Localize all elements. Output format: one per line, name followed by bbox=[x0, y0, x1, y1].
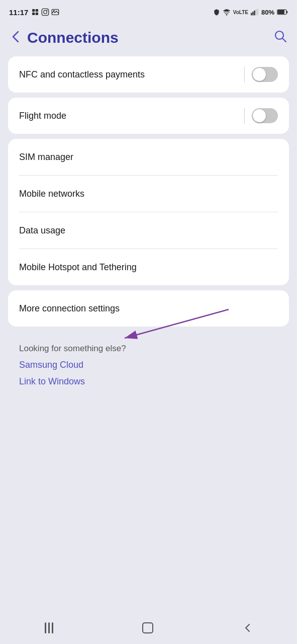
app-icon-2 bbox=[41, 8, 49, 16]
nfc-toggle-wrapper bbox=[244, 66, 278, 83]
more-connection-item[interactable]: More connection settings bbox=[8, 290, 289, 327]
svg-rect-1 bbox=[36, 9, 38, 12]
svg-rect-10 bbox=[251, 13, 252, 16]
bottom-section: Looking for something else? Samsung Clou… bbox=[8, 332, 289, 398]
settings-content: NFC and contactless payments Flight mode… bbox=[0, 53, 297, 401]
nfc-toggle[interactable] bbox=[252, 67, 278, 82]
svg-point-9 bbox=[226, 14, 227, 16]
svg-rect-16 bbox=[286, 11, 287, 14]
network-card: SIM manager Mobile networks Data usage M… bbox=[8, 139, 289, 285]
header-left: Connections bbox=[10, 29, 119, 46]
mobile-hotspot-label: Mobile Hotspot and Tethering bbox=[19, 262, 278, 273]
svg-rect-12 bbox=[254, 11, 255, 16]
back-button[interactable] bbox=[10, 30, 22, 46]
nfc-card: NFC and contactless payments bbox=[8, 56, 289, 93]
data-usage-label: Data usage bbox=[19, 225, 278, 236]
back-nav-icon bbox=[242, 623, 252, 633]
search-button[interactable] bbox=[274, 30, 287, 46]
svg-rect-2 bbox=[32, 13, 35, 15]
link-to-windows-link[interactable]: Link to Windows bbox=[19, 376, 278, 387]
nfc-label: NFC and contactless payments bbox=[19, 69, 244, 80]
page-header: Connections bbox=[0, 24, 297, 53]
volte-indicator: VoLTE bbox=[233, 10, 248, 15]
home-icon bbox=[142, 622, 153, 633]
sim-manager-label: SIM manager bbox=[19, 152, 278, 163]
navigation-bar bbox=[0, 612, 297, 644]
svg-rect-4 bbox=[42, 9, 49, 15]
svg-rect-14 bbox=[257, 9, 258, 16]
toggle-separator-2 bbox=[244, 108, 245, 124]
samsung-cloud-link[interactable]: Samsung Cloud bbox=[19, 360, 278, 370]
battery-icon bbox=[277, 9, 288, 16]
recent-apps-icon bbox=[45, 622, 53, 633]
svg-point-6 bbox=[47, 10, 48, 11]
recent-apps-button[interactable] bbox=[45, 622, 53, 633]
app-icon-3 bbox=[51, 8, 59, 16]
status-time-area: 11:17 bbox=[9, 8, 59, 17]
battery-percent: 80% bbox=[261, 9, 274, 16]
shield-icon bbox=[213, 9, 220, 16]
svg-point-8 bbox=[53, 10, 55, 12]
page-title: Connections bbox=[27, 29, 119, 46]
mobile-networks-item[interactable]: Mobile networks bbox=[8, 176, 289, 212]
more-connection-card: More connection settings bbox=[8, 290, 289, 327]
search-icon bbox=[274, 30, 287, 43]
svg-rect-3 bbox=[36, 13, 38, 15]
flight-mode-item[interactable]: Flight mode bbox=[8, 98, 289, 134]
nfc-item[interactable]: NFC and contactless payments bbox=[8, 56, 289, 93]
svg-rect-11 bbox=[252, 12, 253, 15]
more-connection-label: More connection settings bbox=[19, 303, 278, 314]
svg-point-5 bbox=[44, 11, 47, 14]
mobile-hotspot-item[interactable]: Mobile Hotspot and Tethering bbox=[8, 249, 289, 285]
toggle-separator bbox=[244, 66, 245, 83]
back-nav-button[interactable] bbox=[242, 623, 252, 633]
flight-mode-label: Flight mode bbox=[19, 111, 244, 121]
svg-line-19 bbox=[282, 38, 286, 42]
wifi-icon bbox=[223, 9, 231, 16]
home-button[interactable] bbox=[142, 622, 153, 633]
svg-rect-0 bbox=[32, 9, 35, 12]
flight-toggle-wrapper bbox=[244, 108, 278, 124]
status-bar: 11:17 bbox=[0, 0, 297, 24]
status-indicators: VoLTE 80% bbox=[213, 9, 288, 16]
flight-mode-toggle[interactable] bbox=[252, 108, 278, 123]
flight-mode-card: Flight mode bbox=[8, 98, 289, 134]
svg-rect-17 bbox=[278, 10, 284, 14]
sim-manager-item[interactable]: SIM manager bbox=[8, 139, 289, 175]
mobile-networks-label: Mobile networks bbox=[19, 189, 278, 199]
back-chevron-icon bbox=[10, 30, 22, 44]
status-time: 11:17 bbox=[9, 8, 28, 17]
status-icons bbox=[31, 8, 59, 16]
data-usage-item[interactable]: Data usage bbox=[8, 212, 289, 249]
signal-icon bbox=[251, 9, 259, 16]
app-icon-1 bbox=[31, 8, 39, 16]
looking-for-text: Looking for something else? bbox=[19, 344, 278, 354]
svg-rect-13 bbox=[256, 9, 257, 15]
